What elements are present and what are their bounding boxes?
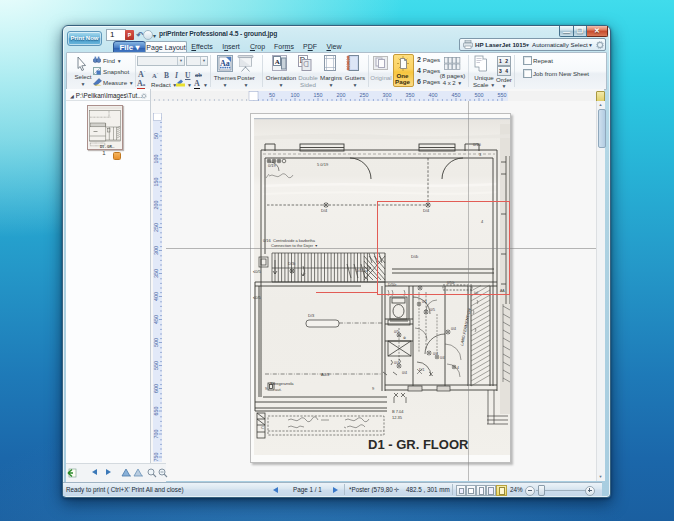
svg-text:0/19: 0/19 bbox=[268, 163, 277, 168]
svg-text:400: 400 bbox=[153, 292, 159, 301]
svg-text:0/4: 0/4 bbox=[394, 361, 399, 365]
svg-text:350: 350 bbox=[406, 92, 415, 98]
svg-text:100: 100 bbox=[153, 155, 159, 164]
svg-text:B 7.04: B 7.04 bbox=[392, 409, 404, 414]
svg-text:400: 400 bbox=[429, 92, 438, 98]
svg-text:0/4: 0/4 bbox=[402, 371, 407, 375]
svg-text:200: 200 bbox=[153, 201, 159, 210]
svg-text:550: 550 bbox=[498, 92, 507, 98]
svg-text:A0/3: A0/3 bbox=[321, 372, 330, 377]
svg-text:100: 100 bbox=[291, 92, 300, 98]
svg-text:150: 150 bbox=[314, 92, 323, 98]
svg-text:D1 - GR. FLOOR: D1 - GR. FLOOR bbox=[368, 437, 469, 452]
svg-text:5 0/19: 5 0/19 bbox=[317, 162, 329, 167]
svg-text:250: 250 bbox=[360, 92, 369, 98]
svg-text:550: 550 bbox=[153, 361, 159, 370]
svg-text:0/3: 0/3 bbox=[422, 300, 427, 304]
svg-text:650: 650 bbox=[153, 407, 159, 416]
svg-text:600: 600 bbox=[153, 384, 159, 393]
svg-text:300: 300 bbox=[153, 246, 159, 255]
svg-text:50: 50 bbox=[269, 92, 275, 98]
svg-text:700: 700 bbox=[153, 430, 159, 439]
svg-text:D/3: D/3 bbox=[308, 313, 315, 318]
svg-text:D1 - GR...: D1 - GR... bbox=[100, 145, 114, 149]
svg-text:D/4: D/4 bbox=[321, 208, 328, 213]
svg-text:aut.: aut. bbox=[275, 387, 282, 392]
svg-text:A: A bbox=[275, 58, 280, 66]
svg-text:12.35: 12.35 bbox=[392, 415, 403, 420]
svg-text:ᗡ: ᗡ bbox=[303, 60, 309, 69]
svg-text:0/5: 0/5 bbox=[430, 308, 435, 312]
svg-text:0/10: 0/10 bbox=[473, 142, 482, 147]
svg-text:500: 500 bbox=[475, 92, 484, 98]
svg-text:50: 50 bbox=[153, 133, 159, 139]
svg-text:300: 300 bbox=[383, 92, 392, 98]
svg-text:450: 450 bbox=[153, 315, 159, 324]
svg-text:≤0/5: ≤0/5 bbox=[253, 295, 262, 300]
svg-text:C: C bbox=[261, 425, 264, 430]
svg-text:0/4: 0/4 bbox=[440, 356, 445, 360]
svg-text:≤0/5: ≤0/5 bbox=[253, 269, 262, 274]
svg-text:0/4: 0/4 bbox=[451, 327, 456, 331]
svg-text:750: 750 bbox=[153, 453, 159, 462]
svg-text:Aa: Aa bbox=[220, 59, 230, 68]
svg-text:200: 200 bbox=[337, 92, 346, 98]
svg-text:0/5: 0/5 bbox=[394, 330, 399, 334]
svg-text:⊗: ⊗ bbox=[403, 336, 406, 340]
svg-text:450: 450 bbox=[452, 92, 461, 98]
svg-text:350: 350 bbox=[153, 269, 159, 278]
svg-text:150: 150 bbox=[153, 178, 159, 187]
svg-text:250: 250 bbox=[153, 223, 159, 232]
svg-text:500: 500 bbox=[153, 338, 159, 347]
